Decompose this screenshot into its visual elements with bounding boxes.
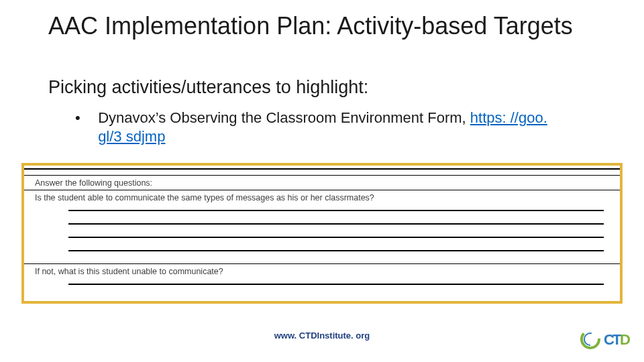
ctd-logo: C T D <box>580 323 632 355</box>
svg-text:D: D <box>620 331 631 348</box>
answer-lines <box>68 210 604 261</box>
ctd-logo-svg: C T D <box>580 323 632 355</box>
bullet-marker: • <box>75 109 94 127</box>
blank-line <box>68 284 604 294</box>
blank-line <box>68 223 604 234</box>
svg-point-1 <box>584 333 596 345</box>
form-question-1: Is the student able to communicate the s… <box>35 190 609 204</box>
blank-line <box>68 250 604 261</box>
slide: AAC Implementation Plan: Activity-based … <box>0 0 644 362</box>
footer-url: www. CTDInstitute. org <box>0 330 644 341</box>
bullet-text: Dynavox’s Observing the Classroom Enviro… <box>98 109 554 145</box>
subheading: Picking activities/utterances to highlig… <box>48 77 368 98</box>
page-title: AAC Implementation Plan: Activity-based … <box>48 12 573 40</box>
blank-line <box>68 237 604 247</box>
form-question-2: If not, what is this student unable to c… <box>35 264 609 278</box>
bullet-leading-text: Dynavox’s Observing the Classroom Enviro… <box>98 109 470 126</box>
form-inner: Answer the following questions: Is the s… <box>24 166 620 297</box>
bullet-item: • Dynavox’s Observing the Classroom Envi… <box>75 109 558 145</box>
form-excerpt: Answer the following questions: Is the s… <box>21 163 623 304</box>
blank-line <box>68 210 604 221</box>
form-heading: Answer the following questions: <box>35 176 609 190</box>
answer-lines <box>68 284 604 294</box>
